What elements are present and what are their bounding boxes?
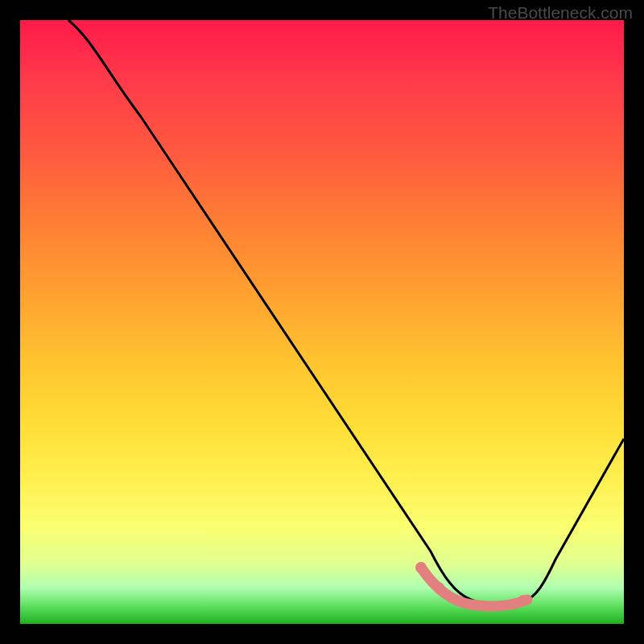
chart-svg bbox=[20, 20, 624, 624]
highlight-dot bbox=[518, 595, 529, 606]
plot-area bbox=[20, 20, 624, 624]
highlight-dot bbox=[415, 562, 427, 573]
bottleneck-curve bbox=[68, 20, 624, 605]
watermark-text: TheBottleneck.com bbox=[488, 3, 633, 23]
highlight-dot bbox=[433, 582, 444, 593]
